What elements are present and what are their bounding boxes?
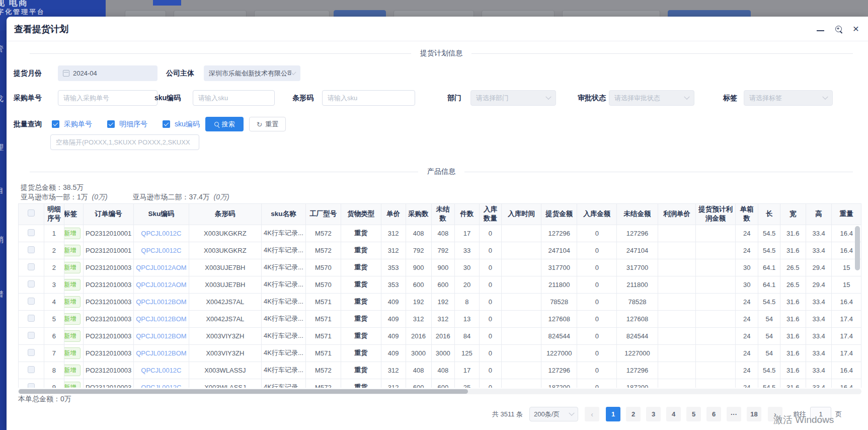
page-button[interactable]: 2 xyxy=(626,407,641,421)
table-cell xyxy=(502,259,541,276)
batch-checkbox-seq[interactable]: 明细序号 xyxy=(107,117,147,131)
sidebar-menu-item: 戈 xyxy=(0,94,4,104)
table-cell: 312 xyxy=(381,362,406,379)
minimize-icon[interactable] xyxy=(817,30,824,31)
sidebar-menu-item: 理 xyxy=(0,143,4,153)
row-checkbox[interactable] xyxy=(28,366,35,373)
po-input[interactable]: 请输入采购单号 xyxy=(58,90,157,106)
table-cell: 409 xyxy=(381,293,406,310)
checkbox-cell xyxy=(19,293,44,310)
table-cell: 3000 xyxy=(406,344,431,362)
page-button[interactable]: 4 xyxy=(666,407,681,421)
sku-code-link[interactable]: QPCJL0012BOM xyxy=(134,344,189,362)
search-button[interactable]: 搜索 xyxy=(205,117,244,131)
table-cell: 4K行车记录... xyxy=(262,327,306,344)
batch-checkbox-po[interactable]: 采购单号 xyxy=(52,117,92,131)
dept-select[interactable]: 请选择部门 xyxy=(470,90,556,106)
dialog-header: 查看提货计划 × xyxy=(7,17,868,41)
checkbox-label[interactable]: 明细序号 xyxy=(119,120,147,128)
sku-code-link[interactable]: QPCJL0012C xyxy=(134,379,189,388)
table-cell: 0 xyxy=(577,293,617,310)
reset-button[interactable]: ↻重置 xyxy=(249,117,286,131)
table-cell: 54 xyxy=(758,327,780,344)
row-checkbox[interactable] xyxy=(28,315,35,322)
checkbox-cell xyxy=(19,242,44,259)
tag-cell: 新增 xyxy=(64,344,84,362)
sku-code-link[interactable]: QPCJL0012C xyxy=(134,225,189,242)
table-cell: 13 xyxy=(455,310,480,327)
product-table: 明细序号标签订单编号Sku编码条形码sku名称工厂型号货物类型单价采购数未结数件… xyxy=(19,204,861,388)
approval-select[interactable]: 请选择审批状态 xyxy=(609,90,694,106)
month-value: 2024-04 xyxy=(73,69,97,77)
sku-input[interactable]: 请输入sku xyxy=(193,90,275,106)
row-checkbox[interactable] xyxy=(28,298,35,305)
table-cell: 0 xyxy=(479,379,501,388)
checkbox-label[interactable]: sku编码 xyxy=(175,120,200,128)
sku-code-link[interactable]: QPCJL0012AOM xyxy=(134,259,189,276)
table-cell xyxy=(696,276,736,293)
sidebar-strip: 管戈理自销谱 xyxy=(0,30,7,430)
sku-code-link[interactable]: QPCJL0012C xyxy=(134,242,189,259)
prev-page-button[interactable]: ‹ xyxy=(585,407,599,421)
pagination-ellipsis[interactable]: ··· xyxy=(727,407,741,421)
row-checkbox[interactable] xyxy=(28,383,35,388)
table-cell: 600 xyxy=(431,276,454,293)
close-icon[interactable]: × xyxy=(853,25,859,33)
page-button[interactable]: 1 xyxy=(606,407,620,421)
sku-code-link[interactable]: QPCJL0012BOM xyxy=(134,310,189,327)
table-cell: 84 xyxy=(455,327,480,344)
select-all-checkbox[interactable] xyxy=(28,209,35,217)
checkbox-checked-icon[interactable] xyxy=(52,120,59,128)
table-cell: 127608 xyxy=(617,310,658,327)
zoom-in-icon[interactable] xyxy=(835,26,842,32)
row-checkbox[interactable] xyxy=(28,246,35,253)
batch-checkbox-sku[interactable]: sku编码 xyxy=(163,117,200,131)
table-cell: M570 xyxy=(305,259,341,276)
select-all-header xyxy=(19,204,44,225)
table-cell: X003WLASSJ xyxy=(189,362,262,379)
chevron-down-icon xyxy=(569,410,574,415)
page-size-select[interactable]: 200条/页 xyxy=(529,407,578,421)
table-cell: 24 xyxy=(735,362,758,379)
table-row: 2新增PO2312010003QPCJL0012AOMX003UJE7BH4K行… xyxy=(19,259,861,276)
table-cell: 312 xyxy=(431,310,454,327)
table-cell: 312 xyxy=(381,225,406,242)
tag-select[interactable]: 请选择标签 xyxy=(744,90,833,106)
row-checkbox[interactable] xyxy=(28,229,35,236)
table-cell: 792 xyxy=(406,242,431,259)
barcode-input[interactable]: 请输入sku xyxy=(322,90,415,106)
table-cell: 重货 xyxy=(341,362,381,379)
page-button[interactable]: 3 xyxy=(646,407,661,421)
batch-textarea[interactable]: 空格隔开(POXXX,1,SKUXX POXXX,2,SKUXX xyxy=(50,134,199,150)
row-checkbox[interactable] xyxy=(28,280,35,288)
table-cell: 64.1 xyxy=(758,276,780,293)
page-button[interactable]: 5 xyxy=(686,407,701,421)
tag-cell: 新增 xyxy=(64,242,84,259)
row-checkbox[interactable] xyxy=(28,349,35,356)
table-cell: 24 xyxy=(735,327,758,344)
sku-code-link[interactable]: QPCJL0012BOM xyxy=(134,327,189,344)
vertical-scrollbar[interactable] xyxy=(855,226,860,270)
batch-placeholder: 空格隔开(POXXX,1,SKUXX POXXX,2,SKUXX xyxy=(56,138,190,147)
checkbox-checked-icon[interactable] xyxy=(107,120,115,128)
page-button[interactable]: 18 xyxy=(747,407,761,421)
table-cell: 54 xyxy=(758,310,780,327)
table-cell: 9 xyxy=(44,379,64,388)
sku-code-link[interactable]: QPCJL0012BOM xyxy=(134,293,189,310)
page-button[interactable]: 6 xyxy=(706,407,721,421)
company-select[interactable]: 深圳市乐能创新技术有限公司 xyxy=(204,65,300,81)
table-cell: 17.4 xyxy=(832,327,861,344)
row-checkbox[interactable] xyxy=(28,263,35,270)
table-cell: 317700 xyxy=(541,259,577,276)
dept-label: 部门 xyxy=(447,90,461,106)
checkbox-label[interactable]: 采购单号 xyxy=(64,120,92,128)
table-cell: PO2312010001 xyxy=(84,242,134,259)
sku-code-link[interactable]: QPCJL0012C xyxy=(134,362,189,379)
sku-code-link[interactable]: QPCJL0012AOM xyxy=(134,276,189,293)
column-header: 件数 xyxy=(455,204,480,225)
horizontal-scrollbar[interactable] xyxy=(19,389,468,394)
row-checkbox[interactable] xyxy=(28,332,35,339)
checkbox-checked-icon[interactable] xyxy=(163,120,170,128)
month-input[interactable]: 2024-04 xyxy=(58,65,157,81)
table-cell xyxy=(696,379,736,388)
